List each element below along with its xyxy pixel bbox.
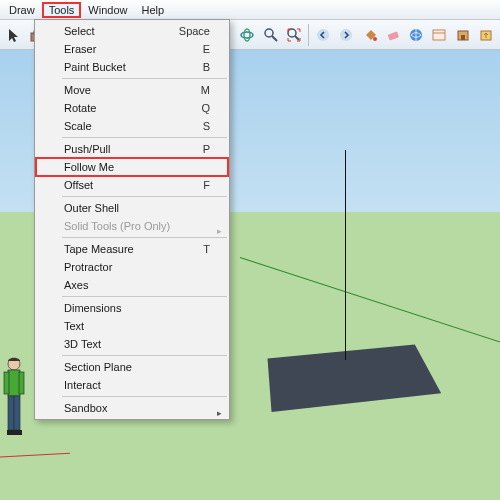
menu-item-label: Tape Measure	[64, 243, 134, 255]
menu-item-3d-text[interactable]: 3D Text	[36, 335, 228, 353]
svg-line-7	[295, 36, 299, 40]
menu-item-label: Axes	[64, 279, 88, 291]
menu-item-shortcut: M	[201, 84, 210, 96]
menu-item-label: Interact	[64, 379, 101, 391]
menu-item-label: 3D Text	[64, 338, 101, 350]
menu-item-rotate[interactable]: RotateQ	[36, 99, 228, 117]
menu-item-label: Eraser	[64, 43, 96, 55]
menu-item-protractor[interactable]: Protractor	[36, 258, 228, 276]
svg-rect-22	[8, 396, 14, 430]
next-view-icon[interactable]	[335, 23, 357, 47]
eraser-icon[interactable]	[382, 23, 404, 47]
menu-item-label: Scale	[64, 120, 92, 132]
menu-separator	[62, 196, 227, 197]
svg-line-5	[272, 36, 277, 41]
menu-item-scale[interactable]: ScaleS	[36, 117, 228, 135]
menu-help[interactable]: Help	[134, 2, 171, 18]
menubar: Draw Tools Window Help	[0, 0, 500, 20]
svg-rect-16	[461, 35, 465, 40]
menu-item-solid-tools-pro-only-: Solid Tools (Pro Only)	[36, 217, 228, 235]
menu-item-axes[interactable]: Axes	[36, 276, 228, 294]
menu-separator	[62, 296, 227, 297]
menu-item-select[interactable]: SelectSpace	[36, 22, 228, 40]
menu-item-text[interactable]: Text	[36, 317, 228, 335]
menu-item-paint-bucket[interactable]: Paint BucketB	[36, 58, 228, 76]
zoom-extents-icon[interactable]	[283, 23, 305, 47]
menu-separator	[62, 78, 227, 79]
menu-item-sandbox[interactable]: Sandbox	[36, 399, 228, 417]
menu-item-offset[interactable]: OffsetF	[36, 176, 228, 194]
menu-window[interactable]: Window	[81, 2, 134, 18]
svg-point-6	[288, 29, 296, 37]
menu-item-label: Follow Me	[64, 161, 114, 173]
svg-point-3	[244, 29, 250, 41]
menu-item-eraser[interactable]: EraserE	[36, 40, 228, 58]
menu-item-shortcut: E	[203, 43, 210, 55]
menu-item-label: Outer Shell	[64, 202, 119, 214]
orbit-icon[interactable]	[236, 23, 258, 47]
menu-item-push-pull[interactable]: Push/PullP	[36, 140, 228, 158]
menu-separator	[62, 237, 227, 238]
svg-rect-21	[19, 372, 24, 394]
svg-rect-19	[8, 370, 20, 396]
menu-item-label: Offset	[64, 179, 93, 191]
svg-point-2	[241, 32, 253, 38]
menu-item-shortcut: S	[203, 120, 210, 132]
tools-dropdown-menu: SelectSpaceEraserEPaint BucketBMoveMRota…	[34, 19, 230, 420]
menu-item-move[interactable]: MoveM	[36, 81, 228, 99]
zoom-icon[interactable]	[259, 23, 281, 47]
menu-item-label: Move	[64, 84, 91, 96]
menu-item-label: Dimensions	[64, 302, 121, 314]
publish-icon[interactable]	[475, 23, 497, 47]
menu-item-dimensions[interactable]: Dimensions	[36, 299, 228, 317]
menu-item-shortcut: Q	[201, 102, 210, 114]
axis-blue	[345, 150, 346, 360]
menu-item-outer-shell[interactable]: Outer Shell	[36, 199, 228, 217]
svg-point-8	[317, 29, 329, 41]
menu-item-label: Push/Pull	[64, 143, 110, 155]
paint-bucket-icon[interactable]	[358, 23, 380, 47]
menu-separator	[62, 355, 227, 356]
svg-rect-20	[4, 372, 9, 394]
prev-view-icon[interactable]	[312, 23, 334, 47]
menu-separator	[62, 137, 227, 138]
menu-item-interact[interactable]: Interact	[36, 376, 228, 394]
svg-point-4	[265, 29, 273, 37]
menu-draw[interactable]: Draw	[2, 2, 42, 18]
svg-point-10	[373, 37, 377, 41]
menu-item-shortcut: F	[203, 179, 210, 191]
menu-item-tape-measure[interactable]: Tape MeasureT	[36, 240, 228, 258]
menu-item-follow-me[interactable]: Follow Me	[36, 158, 228, 176]
scale-figure-icon[interactable]	[0, 355, 28, 445]
menu-item-label: Text	[64, 320, 84, 332]
menu-item-shortcut: Space	[179, 25, 210, 37]
menu-item-label: Paint Bucket	[64, 61, 126, 73]
menu-item-shortcut: T	[203, 243, 210, 255]
add-location-icon[interactable]	[405, 23, 427, 47]
menu-item-section-plane[interactable]: Section Plane	[36, 358, 228, 376]
menu-item-label: Protractor	[64, 261, 112, 273]
menu-item-label: Solid Tools (Pro Only)	[64, 220, 170, 232]
svg-rect-23	[14, 396, 20, 430]
svg-point-9	[340, 29, 352, 41]
layers-icon[interactable]	[428, 23, 450, 47]
warehouse-icon[interactable]	[451, 23, 473, 47]
menu-item-label: Rotate	[64, 102, 96, 114]
menu-item-shortcut: P	[203, 143, 210, 155]
menu-tools[interactable]: Tools	[42, 2, 82, 18]
menu-separator	[62, 396, 227, 397]
menu-item-label: Sandbox	[64, 402, 107, 414]
select-arrow-icon[interactable]	[3, 23, 25, 47]
menu-item-label: Section Plane	[64, 361, 132, 373]
toolbar-separator	[308, 24, 309, 46]
menu-item-shortcut: B	[203, 61, 210, 73]
svg-rect-11	[387, 31, 398, 40]
svg-rect-13	[433, 30, 445, 40]
menu-item-label: Select	[64, 25, 95, 37]
svg-rect-24	[7, 430, 15, 435]
svg-rect-25	[14, 430, 22, 435]
